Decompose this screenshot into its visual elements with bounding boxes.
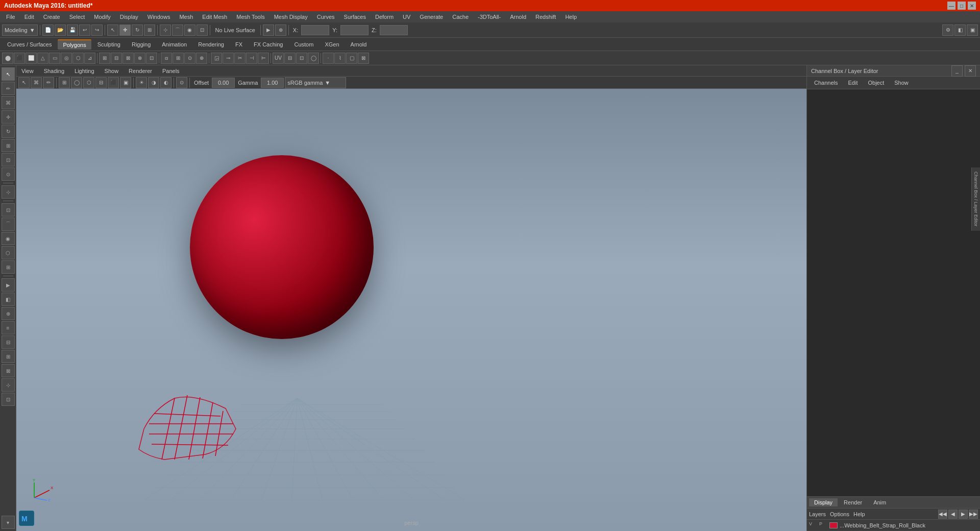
planar-map-icon[interactable]: ⊟	[284, 53, 296, 64]
snap-surface-sidebar[interactable]: ⬡	[2, 246, 15, 259]
mirror-icon[interactable]: ⊡	[146, 53, 157, 64]
layer-v-btn[interactable]: V	[809, 521, 817, 529]
snap-grid-button[interactable]: ⊹	[160, 25, 171, 36]
sidebar-bottom-btn[interactable]: ▾	[2, 516, 15, 529]
layer-prev-prev[interactable]: ◀◀	[938, 510, 947, 519]
tab-xgen[interactable]: XGen	[320, 40, 344, 49]
menu-deform[interactable]: Deform	[371, 13, 398, 21]
snap-point-button[interactable]: ◉	[184, 25, 195, 36]
menu-display[interactable]: Display	[116, 13, 142, 21]
tab-rendering[interactable]: Rendering	[193, 40, 229, 49]
tab-sculpting[interactable]: Sculpting	[92, 40, 126, 49]
offset-edge-icon[interactable]: ⊢	[258, 53, 269, 64]
ipr-button[interactable]: ⊕	[275, 25, 286, 36]
settings-button[interactable]: ⚙	[942, 25, 953, 36]
menu-mesh-display[interactable]: Mesh Display	[270, 13, 312, 21]
move-tool-button[interactable]: ✛	[119, 25, 131, 36]
snap-view-button[interactable]: ⊡	[197, 25, 208, 36]
menu-edit[interactable]: Edit	[20, 13, 38, 21]
menu-surfaces[interactable]: Surfaces	[340, 13, 370, 21]
combine-icon[interactable]: ⊞	[99, 53, 110, 64]
layer-sidebar4[interactable]: ⊠	[2, 364, 15, 377]
tab-fx-caching[interactable]: FX Caching	[249, 40, 288, 49]
extract-icon[interactable]: ⊠	[122, 53, 134, 64]
title-bar-controls[interactable]: — □ ✕	[947, 2, 976, 10]
poly-sphere-icon[interactable]: ⬤	[2, 53, 13, 64]
tab-rigging[interactable]: Rigging	[127, 40, 156, 49]
vp-view-menu[interactable]: View	[18, 67, 37, 75]
tab-curves-surfaces[interactable]: Curves / Surfaces	[2, 40, 57, 49]
color-space-dropdown[interactable]: sRGB gamma ▼	[285, 77, 346, 88]
submenu-help[interactable]: Help	[853, 511, 865, 517]
spherical-map-icon[interactable]: ◯	[308, 53, 319, 64]
tab-display[interactable]: Display	[809, 498, 838, 506]
layer-color-swatch[interactable]	[829, 522, 838, 528]
menu-select[interactable]: Select	[65, 13, 89, 21]
lasso-tool-sidebar[interactable]: ⌘	[2, 96, 15, 109]
cut-icon[interactable]: ✂	[234, 53, 246, 64]
fill-hole-icon[interactable]: ⊙	[184, 53, 195, 64]
poly-cone-icon[interactable]: △	[37, 53, 48, 64]
layer-p-btn[interactable]: P	[819, 521, 827, 529]
tab-animation[interactable]: Animation	[157, 40, 192, 49]
layer-next[interactable]: ▶	[959, 510, 968, 519]
new-scene-button[interactable]: 📄	[42, 25, 54, 36]
vp-tb-light[interactable]: ☀	[136, 77, 147, 88]
vp-panels-menu[interactable]: Panels	[159, 67, 183, 75]
tab-arnold[interactable]: Arnold	[346, 40, 372, 49]
open-scene-button[interactable]: 📂	[55, 25, 66, 36]
cb-tab-show[interactable]: Show	[891, 79, 912, 87]
menu-cache[interactable]: Cache	[448, 13, 473, 21]
layer-sidebar3[interactable]: ⊞	[2, 350, 15, 363]
tab-custom[interactable]: Custom	[289, 40, 319, 49]
menu-modify[interactable]: Modify	[90, 13, 114, 21]
vp-tb-surface[interactable]: ⬛	[108, 77, 119, 88]
display-button[interactable]: ◧	[954, 25, 966, 36]
render-button[interactable]: ▶	[263, 25, 274, 36]
submenu-options[interactable]: Options	[830, 511, 849, 517]
snap-grid-sidebar[interactable]: ⊡	[2, 203, 15, 216]
bevel-icon[interactable]: ◲	[211, 53, 222, 64]
menu-uv[interactable]: UV	[399, 13, 414, 21]
redo-button[interactable]: ↪	[91, 25, 103, 36]
face-select-icon[interactable]: ▢	[346, 53, 357, 64]
snap-curve-button[interactable]: ⌒	[172, 25, 183, 36]
vp-tb-wireframe[interactable]: ⊞	[59, 77, 70, 88]
show-manip-sidebar[interactable]: ⊹	[2, 185, 15, 199]
vp-tb-wire-shade[interactable]: ⬡	[83, 77, 94, 88]
menu-mesh-tools[interactable]: Mesh Tools	[232, 13, 268, 21]
red-sphere[interactable]	[190, 155, 374, 339]
tab-fx[interactable]: FX	[230, 40, 248, 49]
menu-generate[interactable]: Generate	[415, 13, 447, 21]
vp-tb-shadow[interactable]: ◑	[148, 77, 159, 88]
menu-3dtoall[interactable]: -3DToAll-	[474, 13, 505, 21]
connect-icon[interactable]: ⊸	[223, 53, 234, 64]
cb-tab-object[interactable]: Object	[865, 79, 887, 87]
vp-tb-select[interactable]: ↖	[18, 77, 30, 88]
vp-show-menu[interactable]: Show	[102, 67, 122, 75]
menu-edit-mesh[interactable]: Edit Mesh	[198, 13, 231, 21]
vp-tb-ao[interactable]: ◐	[160, 77, 172, 88]
belt-strap-svg[interactable]	[134, 388, 246, 470]
menu-mesh[interactable]: Mesh	[175, 13, 197, 21]
z-input[interactable]	[380, 25, 408, 35]
menu-windows[interactable]: Windows	[143, 13, 175, 21]
x-input[interactable]	[301, 25, 329, 35]
poly-cube-icon[interactable]: ⬛	[14, 53, 25, 64]
select-tool-button[interactable]: ↖	[107, 25, 118, 36]
minimize-button[interactable]: —	[947, 2, 955, 10]
rotate-sidebar[interactable]: ↻	[2, 125, 15, 138]
menu-help[interactable]: Help	[561, 13, 581, 21]
vp-shading-menu[interactable]: Shading	[41, 67, 67, 75]
gamma-input[interactable]	[261, 78, 284, 88]
layer-sidebar6[interactable]: ⊡	[2, 393, 15, 406]
vertex-select-icon[interactable]: ·	[323, 53, 334, 64]
poly-plane-icon[interactable]: ▭	[49, 53, 60, 64]
rotate-tool-button[interactable]: ↻	[132, 25, 143, 36]
tab-render[interactable]: Render	[839, 498, 867, 506]
submenu-layers[interactable]: Layers	[809, 511, 826, 517]
vp-lighting-menu[interactable]: Lighting	[71, 67, 97, 75]
snap-curve-sidebar[interactable]: ⌒	[2, 218, 15, 231]
paint-tool-sidebar[interactable]: ✏	[2, 82, 15, 95]
menu-curves[interactable]: Curves	[313, 13, 339, 21]
